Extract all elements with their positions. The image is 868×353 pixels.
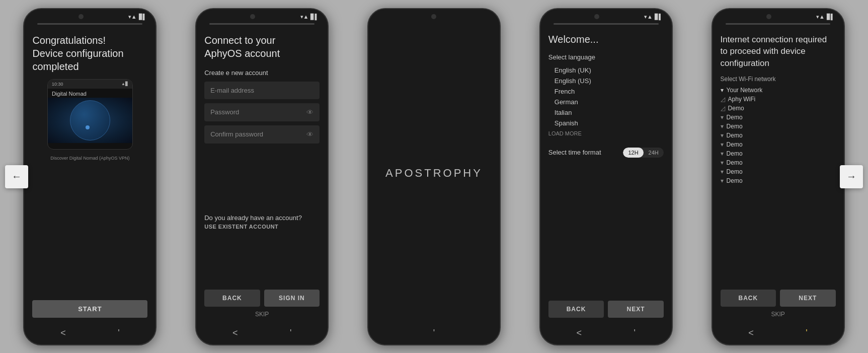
wifi-full-icon: ▾ xyxy=(721,87,724,94)
phone-4: ▾▲ ▊▌ Welcome... Select language English… xyxy=(539,8,673,345)
confirm-eye-icon[interactable]: 👁 xyxy=(306,130,313,138)
next-button-4[interactable]: NEXT xyxy=(608,301,664,318)
status-bar-2: ▾▲ ▊▌ xyxy=(196,9,328,23)
password-placeholder: Password xyxy=(210,108,239,116)
email-field[interactable]: E-mail address xyxy=(204,82,320,99)
use-existent-button[interactable]: USE EXISTENT ACCOUNT xyxy=(204,224,320,230)
nav-forward-arrow[interactable]: → xyxy=(840,165,863,188)
network-name-3: Demo xyxy=(727,114,743,121)
network-name-1: Aphy WiFi xyxy=(728,96,756,103)
wifi-demo-4[interactable]: ▾ Demo xyxy=(721,131,836,140)
back-button-5[interactable]: BACK xyxy=(721,290,776,307)
home-nav-char-3[interactable]: ' xyxy=(433,328,435,338)
wifi-low-icon-5: ▾ xyxy=(721,150,724,157)
password-field[interactable]: Password 👁 xyxy=(204,103,320,121)
language-list: English (UK) English (US) French German … xyxy=(548,65,664,128)
lang-italian[interactable]: Italian xyxy=(548,107,664,118)
top-bar-1 xyxy=(37,23,142,25)
network-name-7: Demo xyxy=(727,150,743,157)
sign-in-button[interactable]: SIGN IN xyxy=(264,290,320,307)
lang-english-us[interactable]: English (US) xyxy=(548,76,664,86)
home-nav-char-5[interactable]: ' xyxy=(806,328,807,338)
back-nav-char[interactable]: < xyxy=(60,328,66,338)
skip-link-5[interactable]: SKIP xyxy=(721,311,836,318)
next-button-5[interactable]: NEXT xyxy=(780,290,836,307)
wifi-demo-2[interactable]: ▾ Demo xyxy=(721,113,836,122)
bottom-bar-3: ' xyxy=(368,324,500,344)
wifi-low-icon-2: ▾ xyxy=(721,123,724,130)
device-name: Digital Nomad xyxy=(48,89,132,98)
password-eye-icon[interactable]: 👁 xyxy=(306,108,313,116)
network-name-4: Demo xyxy=(727,123,743,130)
wifi-low-icon-8: ▾ xyxy=(721,177,724,184)
wifi-demo-9[interactable]: ▾ Demo xyxy=(721,176,836,185)
wifi-demo-6[interactable]: ▾ Demo xyxy=(721,149,836,158)
lang-english-uk[interactable]: English (UK) xyxy=(548,65,664,76)
back-nav-char-5[interactable]: < xyxy=(748,328,754,338)
status-icons-2: ▾▲ ▊▌ xyxy=(300,14,319,20)
top-bar-4 xyxy=(554,23,659,25)
status-bar-4: ▾▲ ▊▌ xyxy=(540,9,672,23)
back-nav-char-2[interactable]: < xyxy=(232,328,238,338)
lang-german[interactable]: German xyxy=(548,97,664,107)
wifi-demo-8[interactable]: ▾ Demo xyxy=(721,167,836,176)
phone-wrapper-5: → ▾▲ ▊▌ Internet connection required to … xyxy=(692,6,864,347)
forward-arrow-icon: → xyxy=(846,171,856,182)
wifi-demo-5[interactable]: ▾ Demo xyxy=(721,140,836,149)
screen4-content: Welcome... Select language English (UK) … xyxy=(540,28,672,324)
phone-wrapper-4: ▾▲ ▊▌ Welcome... Select language English… xyxy=(520,6,692,347)
wifi-demo-1[interactable]: ◿ Demo xyxy=(721,104,836,113)
bottom-bar-5: < ' xyxy=(713,324,844,344)
nav-back-arrow[interactable]: ← xyxy=(5,165,28,188)
screens-container: ← ▾▲ ▊▌ Congratulations! Device configur… xyxy=(0,0,868,353)
toggle-12h[interactable]: 12H xyxy=(623,148,643,158)
wifi-section-label: Select Wi-Fi network xyxy=(721,76,836,83)
load-more-button[interactable]: LOAD MORE xyxy=(548,130,664,136)
brand-name: APOSTROPHY xyxy=(385,167,483,180)
home-nav-char[interactable]: ' xyxy=(118,328,119,338)
bottom-bar-4: < ' xyxy=(540,324,672,344)
network-name-9: Demo xyxy=(727,168,743,175)
screen5-content: Internet connection required to proceed … xyxy=(713,28,844,324)
time-format-toggle: 12H 24H xyxy=(623,148,663,158)
action-buttons-2: BACK SIGN IN xyxy=(204,290,320,307)
internet-required-title: Internet connection required to proceed … xyxy=(721,34,836,69)
home-nav-char-2[interactable]: ' xyxy=(290,328,291,338)
toggle-24h[interactable]: 24H xyxy=(644,148,664,158)
skip-link-2[interactable]: SKIP xyxy=(204,311,320,318)
camera-dot-3 xyxy=(431,14,436,19)
screen1-content: Congratulations! Device configuration co… xyxy=(24,28,155,324)
phone-wrapper-3: APOSTROPHY ' xyxy=(348,6,520,347)
status-icons-5: ▾▲ ▊▌ xyxy=(816,14,835,20)
lang-french[interactable]: French xyxy=(548,86,664,97)
back-button-2[interactable]: BACK xyxy=(204,290,260,307)
back-button-4[interactable]: BACK xyxy=(548,301,604,318)
camera-dot-1 xyxy=(78,14,84,19)
network-name-10: Demo xyxy=(727,177,743,184)
welcome-title: Welcome... xyxy=(548,34,664,45)
lang-section-label: Select language xyxy=(548,53,664,61)
status-bar-1: ▾▲ ▊▌ xyxy=(24,9,155,23)
wifi-aphy[interactable]: ◿ Aphy WiFi xyxy=(721,95,836,104)
phone-wrapper-1: ← ▾▲ ▊▌ Congratulations! Device configur… xyxy=(4,6,176,347)
highlight-dot xyxy=(86,125,90,129)
back-nav-char-4[interactable]: < xyxy=(577,328,582,338)
bottom-bar-2: < ' xyxy=(196,324,328,344)
wifi-med-icon-1: ◿ xyxy=(721,96,725,103)
network-name-2: Demo xyxy=(728,105,744,112)
confirm-password-field[interactable]: Confirm password 👁 xyxy=(204,125,320,144)
congrats-title: Congratulations! Device configuration co… xyxy=(32,34,147,73)
status-icons-4: ▾▲ ▊▌ xyxy=(644,14,663,20)
lang-spanish[interactable]: Spanish xyxy=(548,118,664,128)
status-bar-5: ▾▲ ▊▌ xyxy=(713,9,844,23)
start-button[interactable]: START xyxy=(32,300,147,318)
phone-2: ▾▲ ▊▌ Connect to your AphyOS account Cre… xyxy=(195,8,329,345)
wifi-demo-3[interactable]: ▾ Demo xyxy=(721,122,836,131)
wifi-med-icon-2: ◿ xyxy=(721,105,725,112)
network-name-8: Demo xyxy=(727,159,743,166)
wifi-your-network[interactable]: ▾ Your Network xyxy=(721,86,836,95)
network-name-0: Your Network xyxy=(727,87,763,94)
wifi-demo-7[interactable]: ▾ Demo xyxy=(721,158,836,167)
globe-area xyxy=(48,98,132,143)
home-nav-char-4[interactable]: ' xyxy=(634,328,636,338)
